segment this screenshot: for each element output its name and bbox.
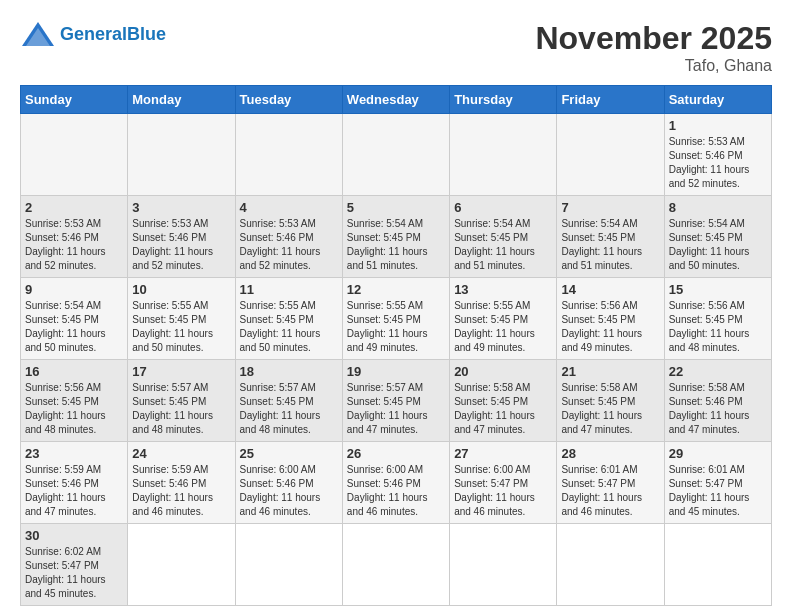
day-number: 21 bbox=[561, 364, 659, 379]
calendar-cell: 12Sunrise: 5:55 AM Sunset: 5:45 PM Dayli… bbox=[342, 278, 449, 360]
calendar-cell: 8Sunrise: 5:54 AM Sunset: 5:45 PM Daylig… bbox=[664, 196, 771, 278]
calendar-cell: 20Sunrise: 5:58 AM Sunset: 5:45 PM Dayli… bbox=[450, 360, 557, 442]
day-number: 17 bbox=[132, 364, 230, 379]
day-info: Sunrise: 6:02 AM Sunset: 5:47 PM Dayligh… bbox=[25, 545, 123, 601]
calendar-cell bbox=[128, 524, 235, 606]
calendar-cell: 9Sunrise: 5:54 AM Sunset: 5:45 PM Daylig… bbox=[21, 278, 128, 360]
calendar-cell: 19Sunrise: 5:57 AM Sunset: 5:45 PM Dayli… bbox=[342, 360, 449, 442]
page-header: GeneralBlue November 2025 Tafo, Ghana bbox=[20, 20, 772, 75]
day-info: Sunrise: 5:56 AM Sunset: 5:45 PM Dayligh… bbox=[669, 299, 767, 355]
calendar-week-row: 9Sunrise: 5:54 AM Sunset: 5:45 PM Daylig… bbox=[21, 278, 772, 360]
calendar-cell: 7Sunrise: 5:54 AM Sunset: 5:45 PM Daylig… bbox=[557, 196, 664, 278]
calendar-cell: 3Sunrise: 5:53 AM Sunset: 5:46 PM Daylig… bbox=[128, 196, 235, 278]
calendar-cell bbox=[557, 524, 664, 606]
day-info: Sunrise: 5:58 AM Sunset: 5:45 PM Dayligh… bbox=[454, 381, 552, 437]
calendar-cell: 26Sunrise: 6:00 AM Sunset: 5:46 PM Dayli… bbox=[342, 442, 449, 524]
day-number: 13 bbox=[454, 282, 552, 297]
day-number: 4 bbox=[240, 200, 338, 215]
weekday-header: Monday bbox=[128, 86, 235, 114]
day-info: Sunrise: 5:59 AM Sunset: 5:46 PM Dayligh… bbox=[132, 463, 230, 519]
day-number: 9 bbox=[25, 282, 123, 297]
day-number: 7 bbox=[561, 200, 659, 215]
calendar-cell: 6Sunrise: 5:54 AM Sunset: 5:45 PM Daylig… bbox=[450, 196, 557, 278]
day-info: Sunrise: 5:56 AM Sunset: 5:45 PM Dayligh… bbox=[561, 299, 659, 355]
calendar-cell: 2Sunrise: 5:53 AM Sunset: 5:46 PM Daylig… bbox=[21, 196, 128, 278]
day-info: Sunrise: 5:54 AM Sunset: 5:45 PM Dayligh… bbox=[347, 217, 445, 273]
calendar-cell: 22Sunrise: 5:58 AM Sunset: 5:46 PM Dayli… bbox=[664, 360, 771, 442]
day-info: Sunrise: 5:55 AM Sunset: 5:45 PM Dayligh… bbox=[240, 299, 338, 355]
day-info: Sunrise: 6:01 AM Sunset: 5:47 PM Dayligh… bbox=[669, 463, 767, 519]
calendar-cell bbox=[664, 524, 771, 606]
day-info: Sunrise: 5:57 AM Sunset: 5:45 PM Dayligh… bbox=[240, 381, 338, 437]
day-number: 24 bbox=[132, 446, 230, 461]
day-info: Sunrise: 5:53 AM Sunset: 5:46 PM Dayligh… bbox=[25, 217, 123, 273]
calendar-cell: 17Sunrise: 5:57 AM Sunset: 5:45 PM Dayli… bbox=[128, 360, 235, 442]
day-number: 14 bbox=[561, 282, 659, 297]
day-number: 6 bbox=[454, 200, 552, 215]
day-info: Sunrise: 5:54 AM Sunset: 5:45 PM Dayligh… bbox=[454, 217, 552, 273]
day-info: Sunrise: 5:53 AM Sunset: 5:46 PM Dayligh… bbox=[240, 217, 338, 273]
calendar-table: SundayMondayTuesdayWednesdayThursdayFrid… bbox=[20, 85, 772, 606]
day-info: Sunrise: 5:59 AM Sunset: 5:46 PM Dayligh… bbox=[25, 463, 123, 519]
day-number: 26 bbox=[347, 446, 445, 461]
day-number: 12 bbox=[347, 282, 445, 297]
day-number: 15 bbox=[669, 282, 767, 297]
calendar-week-row: 30Sunrise: 6:02 AM Sunset: 5:47 PM Dayli… bbox=[21, 524, 772, 606]
calendar-cell: 21Sunrise: 5:58 AM Sunset: 5:45 PM Dayli… bbox=[557, 360, 664, 442]
day-info: Sunrise: 5:55 AM Sunset: 5:45 PM Dayligh… bbox=[132, 299, 230, 355]
day-info: Sunrise: 5:56 AM Sunset: 5:45 PM Dayligh… bbox=[25, 381, 123, 437]
calendar-title: November 2025 bbox=[535, 20, 772, 57]
day-number: 29 bbox=[669, 446, 767, 461]
calendar-cell bbox=[235, 524, 342, 606]
calendar-cell: 5Sunrise: 5:54 AM Sunset: 5:45 PM Daylig… bbox=[342, 196, 449, 278]
calendar-cell bbox=[342, 524, 449, 606]
day-number: 20 bbox=[454, 364, 552, 379]
calendar-cell: 13Sunrise: 5:55 AM Sunset: 5:45 PM Dayli… bbox=[450, 278, 557, 360]
day-number: 19 bbox=[347, 364, 445, 379]
day-number: 30 bbox=[25, 528, 123, 543]
day-info: Sunrise: 5:53 AM Sunset: 5:46 PM Dayligh… bbox=[669, 135, 767, 191]
weekday-header: Tuesday bbox=[235, 86, 342, 114]
day-number: 11 bbox=[240, 282, 338, 297]
calendar-cell bbox=[450, 114, 557, 196]
calendar-week-row: 16Sunrise: 5:56 AM Sunset: 5:45 PM Dayli… bbox=[21, 360, 772, 442]
calendar-week-row: 2Sunrise: 5:53 AM Sunset: 5:46 PM Daylig… bbox=[21, 196, 772, 278]
logo: GeneralBlue bbox=[20, 20, 166, 48]
weekday-header-row: SundayMondayTuesdayWednesdayThursdayFrid… bbox=[21, 86, 772, 114]
day-info: Sunrise: 5:57 AM Sunset: 5:45 PM Dayligh… bbox=[347, 381, 445, 437]
day-number: 27 bbox=[454, 446, 552, 461]
calendar-cell bbox=[21, 114, 128, 196]
day-info: Sunrise: 5:54 AM Sunset: 5:45 PM Dayligh… bbox=[25, 299, 123, 355]
day-number: 10 bbox=[132, 282, 230, 297]
calendar-cell: 30Sunrise: 6:02 AM Sunset: 5:47 PM Dayli… bbox=[21, 524, 128, 606]
day-number: 28 bbox=[561, 446, 659, 461]
day-info: Sunrise: 5:58 AM Sunset: 5:45 PM Dayligh… bbox=[561, 381, 659, 437]
calendar-cell: 25Sunrise: 6:00 AM Sunset: 5:46 PM Dayli… bbox=[235, 442, 342, 524]
calendar-cell: 15Sunrise: 5:56 AM Sunset: 5:45 PM Dayli… bbox=[664, 278, 771, 360]
calendar-week-row: 23Sunrise: 5:59 AM Sunset: 5:46 PM Dayli… bbox=[21, 442, 772, 524]
day-number: 5 bbox=[347, 200, 445, 215]
day-number: 2 bbox=[25, 200, 123, 215]
day-info: Sunrise: 5:58 AM Sunset: 5:46 PM Dayligh… bbox=[669, 381, 767, 437]
day-number: 18 bbox=[240, 364, 338, 379]
calendar-cell: 10Sunrise: 5:55 AM Sunset: 5:45 PM Dayli… bbox=[128, 278, 235, 360]
calendar-cell: 16Sunrise: 5:56 AM Sunset: 5:45 PM Dayli… bbox=[21, 360, 128, 442]
calendar-cell: 14Sunrise: 5:56 AM Sunset: 5:45 PM Dayli… bbox=[557, 278, 664, 360]
day-info: Sunrise: 5:54 AM Sunset: 5:45 PM Dayligh… bbox=[561, 217, 659, 273]
calendar-cell bbox=[450, 524, 557, 606]
calendar-cell bbox=[557, 114, 664, 196]
day-info: Sunrise: 5:55 AM Sunset: 5:45 PM Dayligh… bbox=[454, 299, 552, 355]
calendar-cell bbox=[342, 114, 449, 196]
weekday-header: Sunday bbox=[21, 86, 128, 114]
weekday-header: Thursday bbox=[450, 86, 557, 114]
day-number: 23 bbox=[25, 446, 123, 461]
calendar-cell: 23Sunrise: 5:59 AM Sunset: 5:46 PM Dayli… bbox=[21, 442, 128, 524]
day-info: Sunrise: 5:53 AM Sunset: 5:46 PM Dayligh… bbox=[132, 217, 230, 273]
day-number: 3 bbox=[132, 200, 230, 215]
logo-text: GeneralBlue bbox=[60, 25, 166, 43]
day-info: Sunrise: 5:54 AM Sunset: 5:45 PM Dayligh… bbox=[669, 217, 767, 273]
day-number: 1 bbox=[669, 118, 767, 133]
logo-icon bbox=[20, 20, 56, 48]
weekday-header: Wednesday bbox=[342, 86, 449, 114]
calendar-cell: 28Sunrise: 6:01 AM Sunset: 5:47 PM Dayli… bbox=[557, 442, 664, 524]
